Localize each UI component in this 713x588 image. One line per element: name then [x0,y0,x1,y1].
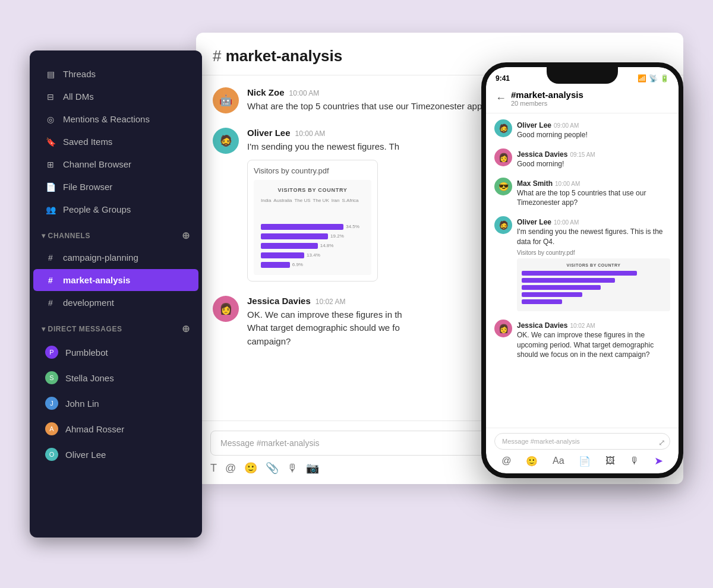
battery-icon: 🔋 [660,74,669,83]
hash-active-icon: # [45,276,56,285]
phone-text-icon[interactable]: Aa [553,456,564,466]
hash-icon: # [45,253,56,263]
phone-doc-icon[interactable]: 📄 [579,456,591,467]
add-channel-button[interactable]: ⊕ [182,230,190,241]
dm-section-header: ▾ DIRECT MESSAGES ⊕ [30,318,202,339]
hash-dev-icon: # [45,298,56,308]
phone-mockup: 9:41 📶 📡 🔋 ← #market-analysis 20 members [481,62,683,478]
app-scene: ▤ Threads ⊟ All DMs ◎ Mentions & Reactio… [30,27,683,561]
dms-icon: ⊟ [45,92,56,102]
video-icon[interactable]: 📷 [306,461,319,475]
phone-msg-max: 😎 Max Smith10:00 AM What are the top 5 c… [494,178,670,208]
file-browser-icon: 📄 [45,182,56,192]
chevron-down-icon: ▾ [42,232,46,240]
mention-icon[interactable]: @ [225,462,236,475]
sidebar-item-campaign-planning[interactable]: # campaign-planning [33,246,198,268]
phone-mention-icon[interactable]: @ [501,456,511,466]
phone-jessica-avatar: 👩 [494,148,512,166]
sidebar-item-people-groups[interactable]: 👥 People & Groups [33,198,198,220]
oliver-chat-avatar: 🧔 [213,128,239,154]
sidebar-dm-stella[interactable]: S Stella Jones [33,365,198,390]
expand-icon[interactable]: ⤢ [658,438,665,447]
sidebar-item-channel-browser[interactable]: ⊞ Channel Browser [33,153,198,175]
nick-avatar: 🤖 [213,87,239,113]
sidebar-dm-pumblebot[interactable]: P Pumblebot [33,340,198,365]
pumblebot-avatar: P [45,346,58,359]
phone-message-input[interactable]: Message #market-analysis [494,433,670,450]
audio-icon[interactable]: 🎙 [287,462,298,475]
phone-send-button[interactable]: ➤ [654,454,663,467]
phone-msg-oliver1: 🧔 Oliver Lee09:00 AM Good morning people… [494,119,670,140]
signal-icon: 📶 [638,74,646,83]
stella-avatar: S [45,371,58,384]
phone-notch [547,67,618,84]
phone-oliver2-avatar: 🧔 [494,216,512,234]
phone-screen: 9:41 📶 📡 🔋 ← #market-analysis 20 members [486,67,679,473]
sidebar-item-saved[interactable]: 🔖 Saved Items [33,131,198,153]
back-button[interactable]: ← [496,92,506,105]
phone-oliver-avatar: 🧔 [494,119,512,137]
phone-emoji-icon[interactable]: 🙂 [526,456,538,467]
john-avatar: J [45,397,58,410]
channels-section-header: ▾ CHANNELS ⊕ [30,225,202,246]
wifi-icon: 📡 [649,74,658,83]
sidebar-item-market-analysis[interactable]: # market-analysis [33,269,198,291]
sidebar-item-threads[interactable]: ▤ Threads [33,63,198,85]
sidebar-item-development[interactable]: # development [33,292,198,314]
people-icon: 👥 [45,205,56,214]
sidebar-dm-ahmad[interactable]: A Ahmad Rosser [33,416,198,441]
phone-jessica2-avatar: 👩 [494,320,512,337]
phone-chart: VISITORS BY COUNTRY [517,258,670,311]
phone-messages: 🧔 Oliver Lee09:00 AM Good morning people… [486,113,679,428]
chart-preview: VISITORS BY COUNTRY IndiaAustraliaThe US… [254,180,371,275]
jessica-avatar: 👩 [213,296,239,322]
phone-msg-jessica1: 👩 Jessica Davies09:15 AM Good morning! [494,148,670,169]
phone-audio-icon[interactable]: 🎙 [630,456,639,466]
emoji-icon[interactable]: 🙂 [244,461,257,475]
threads-icon: ▤ [45,69,56,79]
saved-icon: 🔖 [45,137,56,147]
sidebar-item-file-browser[interactable]: 📄 File Browser [33,176,198,198]
chevron-down-dm-icon: ▾ [42,325,46,333]
text-format-icon[interactable]: T [210,462,217,475]
file-attachment[interactable]: Visitors by country.pdf VISITORS BY COUN… [247,160,378,282]
phone-header: ← #market-analysis 20 members [486,85,679,113]
sidebar-dm-john[interactable]: J John Lin [33,391,198,416]
sidebar: ▤ Threads ⊟ All DMs ◎ Mentions & Reactio… [30,50,202,538]
phone-input-area: Message #market-analysis ⤢ @ 🙂 Aa 📄 🖼 🎙 … [486,428,679,473]
channel-browser-icon: ⊞ [45,160,56,169]
phone-toolbar: @ 🙂 Aa 📄 🖼 🎙 ➤ [494,454,670,467]
phone-msg-jessica2: 👩 Jessica Davies10:02 AM OK. We can impr… [494,320,670,360]
chart-bars: 34.5% 19.2% 14.8% [261,207,364,268]
ahmad-avatar: A [45,422,58,435]
sidebar-item-mentions[interactable]: ◎ Mentions & Reactions [33,108,198,130]
attachment-icon[interactable]: 📎 [266,461,279,475]
phone-image-icon[interactable]: 🖼 [605,456,615,466]
mentions-icon: ◎ [45,115,56,124]
add-dm-button[interactable]: ⊕ [182,323,190,334]
oliver-avatar: O [45,448,58,461]
sidebar-dm-oliver[interactable]: O Oliver Lee [33,442,198,467]
sidebar-item-all-dms[interactable]: ⊟ All DMs [33,86,198,108]
phone-msg-oliver2: 🧔 Oliver Lee10:00 AM I'm sending you the… [494,216,670,311]
phone-max-avatar: 😎 [494,178,512,195]
